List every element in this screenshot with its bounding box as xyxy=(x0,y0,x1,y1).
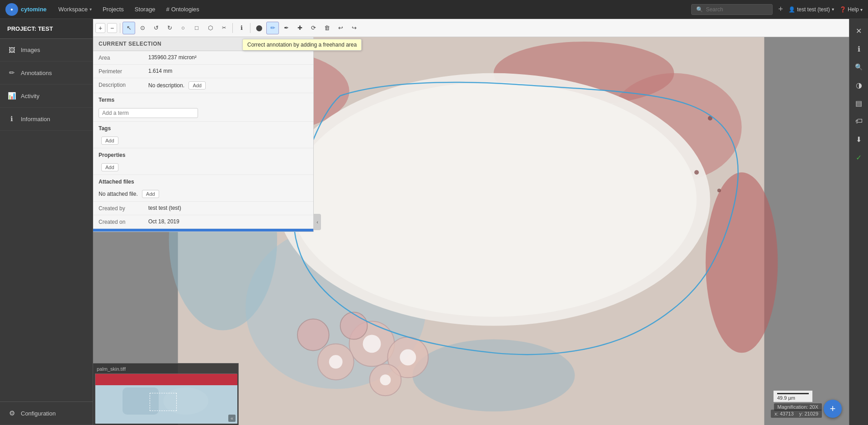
terms-input[interactable] xyxy=(99,108,198,118)
activity-icon: 📊 xyxy=(7,92,16,100)
rect-tool-btn[interactable]: □ xyxy=(190,22,203,34)
delete-btn[interactable]: 🗑 xyxy=(321,22,333,34)
x-coord: x: 43713 xyxy=(774,411,793,416)
select-tool-btn[interactable]: ↖ xyxy=(123,22,135,34)
perimeter-value: 1.614 mm xyxy=(148,68,308,74)
search-input[interactable] xyxy=(706,6,769,13)
sidebar-bottom: ⚙ Configuration xyxy=(0,401,93,425)
download-panel-btn[interactable]: ⬇ xyxy=(851,131,867,147)
search-panel-btn[interactable]: 🔍 xyxy=(851,59,867,75)
fill-btn[interactable]: ⬤ xyxy=(253,22,265,34)
created-on-label: Created on xyxy=(99,218,148,225)
description-row: Description No description. Add xyxy=(93,78,313,93)
crosshair-btn[interactable]: ✚ xyxy=(293,22,306,34)
navbar-right: 🔍 + 👤 test test (test) ▾ ❓ Help ▾ xyxy=(691,4,863,15)
terms-header: Terms xyxy=(93,93,313,105)
svg-point-15 xyxy=(400,349,416,365)
properties-header: Properties xyxy=(93,148,313,160)
sidebar-item-images[interactable]: 🖼 Images xyxy=(0,39,93,61)
circle-tool-btn[interactable]: ○ xyxy=(177,22,189,34)
description-add-btn[interactable]: Add xyxy=(189,81,206,90)
tag-panel-btn[interactable]: 🏷 xyxy=(851,113,867,129)
scale-bar: 49.9 µm xyxy=(773,390,813,402)
global-add-btn[interactable]: + xyxy=(778,5,783,14)
tags-header: Tags xyxy=(93,122,313,133)
svg-point-17 xyxy=(380,374,391,385)
viewer-toolbar: + − ↖ ⊙ ↺ ↻ ○ □ ⬡ ✂ ℹ ⬤ ✏ ✒ ✚ ⟳ 🗑 ↩ ↪ xyxy=(93,19,849,37)
annotation-panel: CURRENT SELECTION Area 135960.237 micron… xyxy=(93,37,314,232)
info-btn[interactable]: ℹ xyxy=(235,22,248,34)
stack-panel-btn[interactable]: ▤ xyxy=(851,95,867,111)
svg-point-23 xyxy=(694,170,699,175)
freehand-btn[interactable]: ✒ xyxy=(280,22,292,34)
nav-projects[interactable]: Projects xyxy=(98,4,128,14)
zoom-out-btn[interactable]: − xyxy=(107,23,117,33)
left-sidebar: PROJECT: TEST 🖼 Images ✏ Annotations 📊 A… xyxy=(0,19,93,425)
split-tool-btn[interactable]: ✂ xyxy=(217,22,230,34)
projects-label: Projects xyxy=(103,6,124,13)
sidebar-item-activity[interactable]: 📊 Activity xyxy=(0,85,93,108)
attached-files-row: No attached file. Add xyxy=(93,187,313,202)
user-menu[interactable]: 👤 test test (test) ▾ xyxy=(788,6,834,13)
nav-workspace[interactable]: Workspace ▾ xyxy=(54,4,96,14)
user-chevron: ▾ xyxy=(832,7,834,12)
svg-point-24 xyxy=(717,189,721,192)
description-text: No description. xyxy=(148,82,184,89)
right-sidebar: ✕ ℹ 🔍 ◑ ▤ 🏷 ⬇ ✓ xyxy=(849,19,868,425)
nav-storage[interactable]: Storage xyxy=(130,4,160,14)
description-label: Description xyxy=(99,81,148,88)
edit-pen-btn[interactable]: ✏ xyxy=(266,22,279,34)
sidebar-item-annotations[interactable]: ✏ Annotations xyxy=(0,61,93,85)
brand-logo: ● xyxy=(5,3,18,16)
config-label: Configuration xyxy=(21,410,56,417)
layers-icon: ◑ xyxy=(856,81,862,90)
polygon-tool-btn[interactable]: ⬡ xyxy=(204,22,217,34)
annotations-icon: ✏ xyxy=(7,69,16,77)
undo-btn[interactable]: ↩ xyxy=(334,22,347,34)
area-value: 135960.237 micron² xyxy=(148,54,308,61)
attached-files-add-btn[interactable]: Add xyxy=(142,190,159,198)
tags-add-btn[interactable]: Add xyxy=(101,137,118,145)
check-panel-btn[interactable]: ✓ xyxy=(851,149,867,165)
sidebar-item-information[interactable]: ℹ Information xyxy=(0,108,93,131)
help-btn[interactable]: ❓ Help ▾ xyxy=(840,6,863,13)
images-label: Images xyxy=(21,47,40,53)
layers-panel-btn[interactable]: ◑ xyxy=(851,77,867,93)
point-tool-btn[interactable]: ⊙ xyxy=(136,22,149,34)
navbar: ● cytomine Workspace ▾ Projects Storage … xyxy=(0,0,868,19)
tooltip-text: Correct annotation by adding a freehand … xyxy=(247,42,357,48)
minimap-title: palm_skin.tiff xyxy=(95,365,236,373)
user-label: test test (test) xyxy=(797,6,830,13)
tag-icon: 🏷 xyxy=(855,117,863,125)
redo-btn[interactable]: ↪ xyxy=(348,22,360,34)
refresh-btn[interactable]: ⟳ xyxy=(307,22,320,34)
redo-curve-btn[interactable]: ↻ xyxy=(163,22,176,34)
svg-rect-26 xyxy=(95,374,237,385)
search-box[interactable]: 🔍 xyxy=(691,4,773,15)
properties-add-btn[interactable]: Add xyxy=(101,163,118,171)
minimap-collapse-btn[interactable]: « xyxy=(228,415,236,422)
brand: ● cytomine xyxy=(5,3,47,16)
workspace-chevron: ▾ xyxy=(90,7,92,12)
fab-add-btn[interactable]: + xyxy=(824,400,842,418)
info-panel-btn[interactable]: ℹ xyxy=(851,41,867,57)
created-on-row: Created on Oct 18, 2019 xyxy=(93,215,313,229)
svg-point-9 xyxy=(291,82,697,317)
help-chevron: ▾ xyxy=(860,7,863,12)
sidebar-item-configuration[interactable]: ⚙ Configuration xyxy=(0,402,93,425)
nav-ontologies[interactable]: # Ontologies xyxy=(161,4,203,14)
close-panel-btn[interactable]: ✕ xyxy=(851,23,867,39)
user-icon: 👤 xyxy=(788,6,795,13)
search-icon: 🔍 xyxy=(855,63,863,71)
information-icon: ℹ xyxy=(7,115,16,123)
project-title: PROJECT: TEST xyxy=(0,19,93,39)
toolbar-sep-1 xyxy=(120,23,120,33)
zoom-in-btn[interactable]: + xyxy=(95,23,105,33)
created-on-value: Oct 18, 2019 xyxy=(148,218,308,225)
perimeter-row: Perimeter 1.614 mm xyxy=(93,65,313,78)
undo-curve-btn[interactable]: ↺ xyxy=(150,22,162,34)
svg-point-4 xyxy=(706,172,778,353)
collapse-panel-btn[interactable]: ‹ xyxy=(314,214,321,230)
fab-icon: + xyxy=(830,403,836,415)
toolbar-sep-2 xyxy=(232,23,233,33)
